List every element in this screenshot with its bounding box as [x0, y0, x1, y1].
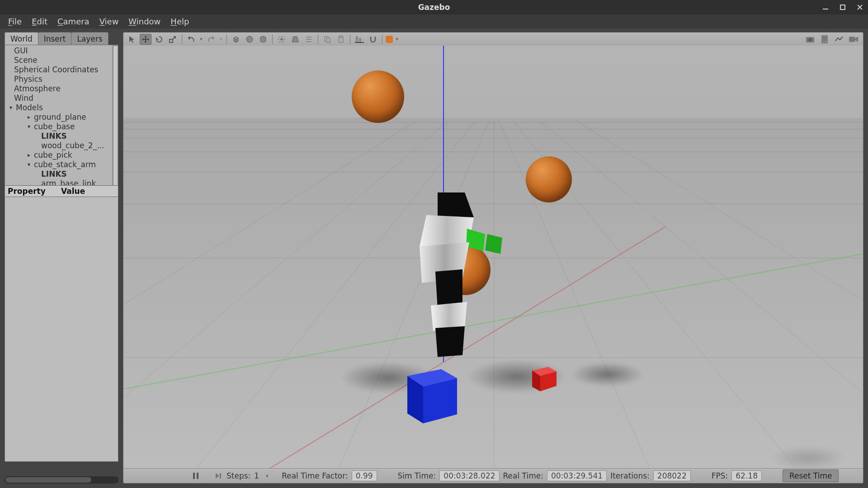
spot-light-icon: [291, 35, 299, 43]
fps-label: FPS:: [712, 471, 728, 480]
minimize-button[interactable]: [822, 4, 829, 11]
simtime-value: 00:03:28.022: [439, 470, 499, 481]
left-inner: World Insert Layers GUI Scene Spherical …: [5, 32, 118, 472]
record-dropdown[interactable]: ▾: [395, 36, 399, 42]
insert-cylinder[interactable]: [257, 34, 269, 45]
stats-button[interactable]: [833, 34, 845, 45]
spot-light[interactable]: [289, 34, 301, 45]
snap-button[interactable]: [367, 34, 379, 45]
tree-item-woodcube[interactable]: wood_cube_2_...: [5, 141, 118, 150]
chevron-down-icon: ▾: [26, 122, 32, 131]
move-tool[interactable]: [140, 34, 151, 45]
directional-light-icon: [305, 35, 313, 43]
svg-line-13: [283, 41, 284, 42]
menu-camera[interactable]: Camera: [53, 15, 94, 28]
viewport-canvas[interactable]: [123, 46, 863, 468]
camera-record-button[interactable]: [848, 34, 859, 45]
menu-file[interactable]: File: [4, 15, 26, 28]
properties-body[interactable]: [5, 197, 118, 462]
close-button[interactable]: [856, 4, 863, 11]
left-tabs: World Insert Layers: [5, 32, 118, 45]
point-light[interactable]: [276, 34, 288, 45]
titlebar: Gazebo: [0, 0, 868, 14]
svg-point-5: [246, 36, 253, 42]
pointer-tool[interactable]: [126, 34, 138, 45]
tree-item-wind[interactable]: Wind: [5, 94, 118, 103]
tree-item-ground-plane[interactable]: ▸ground_plane: [5, 113, 118, 122]
tab-insert[interactable]: Insert: [38, 32, 72, 45]
copy-icon: [323, 35, 331, 43]
directional-light[interactable]: [303, 34, 315, 45]
reset-time-button[interactable]: Reset Time: [783, 469, 839, 482]
screenshot-button[interactable]: [804, 34, 816, 45]
log-icon: [821, 35, 828, 43]
toolbar-sep: [318, 34, 318, 44]
svg-rect-28: [822, 36, 827, 43]
log-button[interactable]: [819, 34, 830, 45]
tree-item-links-1[interactable]: LINKS: [5, 131, 118, 141]
menu-window[interactable]: Window: [124, 15, 165, 28]
redo-dropdown[interactable]: ▾: [219, 36, 223, 42]
toolbar-sep: [272, 34, 273, 44]
tree-item-scene[interactable]: Scene: [5, 56, 118, 65]
svg-rect-23: [356, 36, 358, 42]
tree-item-arm-base-link[interactable]: arm_base_link: [5, 179, 118, 186]
chevron-right-icon: ▸: [26, 113, 32, 122]
rotate-tool[interactable]: [153, 34, 165, 45]
tree-item-cube-stack-arm[interactable]: ▾cube_stack_arm: [5, 160, 118, 169]
properties-header: Property Value: [5, 186, 118, 197]
redo-button[interactable]: [205, 34, 217, 45]
simtime-label: Sim Time:: [398, 471, 436, 480]
world-tree: GUI Scene Spherical Coordinates Physics …: [5, 45, 118, 186]
tree-item-cube-base[interactable]: ▾cube_base: [5, 122, 118, 131]
tree-item-links-2[interactable]: LINKS: [5, 169, 118, 179]
insert-sphere[interactable]: [244, 34, 255, 45]
point-light-icon: [278, 35, 286, 43]
record-toggle[interactable]: [386, 36, 393, 43]
main-toolbar: ▾ ▾: [123, 32, 863, 46]
svg-line-14: [283, 37, 284, 38]
undo-button[interactable]: [185, 34, 197, 45]
insert-box[interactable]: [230, 34, 242, 45]
svg-marker-54: [466, 229, 485, 251]
realtime-label: Real Time:: [503, 471, 543, 480]
toolbar-sep: [382, 34, 382, 44]
menu-view[interactable]: View: [95, 15, 123, 28]
tree-item-physics[interactable]: Physics: [5, 75, 118, 84]
scale-tool[interactable]: [167, 34, 179, 45]
maximize-button[interactable]: [839, 4, 846, 11]
tree-item-models[interactable]: ▾Models: [5, 103, 118, 113]
step-button[interactable]: [214, 472, 223, 479]
tree-item-cube-pick[interactable]: ▸cube_pick: [5, 150, 118, 160]
tree-pane[interactable]: GUI Scene Spherical Coordinates Physics …: [5, 45, 118, 186]
left-bottom-scroll-thumb[interactable]: [5, 477, 91, 483]
steps-label: Steps:: [226, 471, 250, 480]
svg-rect-24: [359, 38, 361, 42]
paste-button[interactable]: [335, 34, 347, 45]
tree-item-gui[interactable]: GUI: [5, 46, 118, 56]
align-icon: [355, 35, 364, 43]
cylinder-icon: [259, 35, 267, 43]
desktop: Gazebo File Edit Camera View Window Help…: [0, 0, 868, 488]
svg-rect-69: [220, 473, 221, 479]
chevron-down-icon: ▾: [26, 160, 32, 169]
fps-value: 62.18: [731, 470, 762, 481]
svg-rect-32: [849, 37, 855, 42]
tab-layers[interactable]: Layers: [71, 32, 108, 45]
camera-record-icon: [849, 36, 859, 43]
maximize-icon: [840, 5, 845, 10]
tree-item-spherical[interactable]: Spherical Coordinates: [5, 65, 118, 75]
tree-item-atmosphere[interactable]: Atmosphere: [5, 84, 118, 94]
pause-button[interactable]: [191, 472, 200, 479]
tab-world[interactable]: World: [5, 32, 38, 45]
scene-sphere-right: [526, 156, 572, 202]
align-button[interactable]: [354, 34, 365, 45]
menu-edit[interactable]: Edit: [27, 15, 52, 28]
left-bottom-scrollbar[interactable]: [5, 476, 118, 483]
scrollbar-thumb[interactable]: [113, 46, 118, 186]
copy-button[interactable]: [321, 34, 333, 45]
undo-dropdown[interactable]: ▾: [199, 36, 203, 42]
menu-help[interactable]: Help: [166, 15, 193, 28]
steps-dropdown[interactable]: ▾: [263, 473, 272, 479]
tree-scrollbar[interactable]: [112, 45, 118, 185]
